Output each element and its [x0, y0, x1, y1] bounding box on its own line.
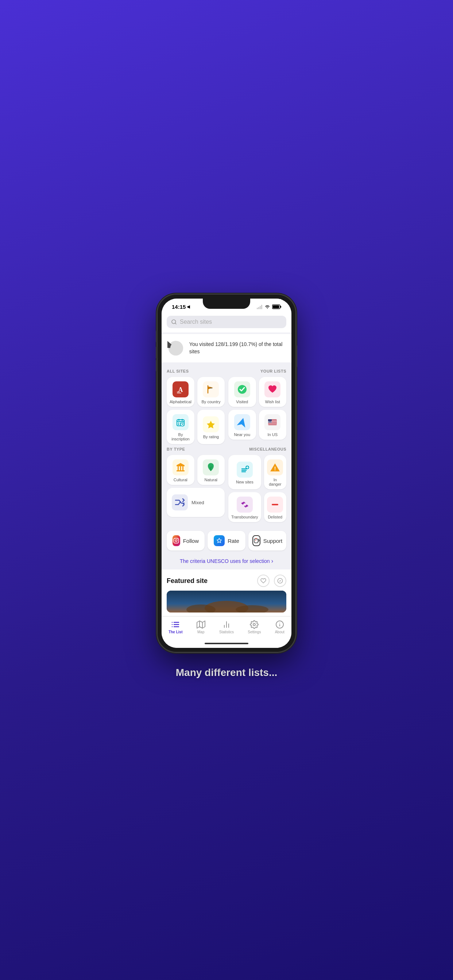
- svg-rect-45: [268, 424, 277, 425]
- svg-rect-51: [178, 466, 179, 470]
- tile-near-you-label: Near you: [234, 433, 250, 437]
- your-lists-grid: Visited Wish list: [228, 377, 286, 440]
- tile-delisted-label: Delisted: [268, 515, 282, 519]
- tile-mixed[interactable]: Mixed: [167, 488, 225, 517]
- progress-chart: [167, 339, 184, 357]
- misc-section: MISCELLANEOUS: [228, 447, 286, 522]
- in-us-icon: ★★★: [265, 414, 281, 430]
- tab-settings-label: Settings: [248, 630, 261, 634]
- svg-rect-60: [239, 464, 250, 476]
- country-icon: [203, 381, 219, 398]
- natural-icon: [203, 460, 219, 476]
- near-you-icon: [234, 414, 250, 430]
- follow-button[interactable]: Follow: [167, 531, 205, 550]
- svg-rect-14: [177, 391, 180, 392]
- unesco-link[interactable]: The criteria UNESCO uses for selection ›: [167, 558, 286, 565]
- tile-alphabetical[interactable]: A Alphabetical: [167, 377, 195, 407]
- tile-by-inscription[interactable]: By inscription: [167, 410, 195, 444]
- tile-new-sites-label: New sites: [236, 480, 254, 484]
- tile-new-sites[interactable]: New sites: [228, 455, 261, 489]
- tile-near-you[interactable]: Near you: [228, 410, 256, 440]
- support-label: Support: [263, 538, 283, 544]
- svg-rect-6: [273, 305, 279, 309]
- tile-by-country[interactable]: By country: [197, 377, 225, 407]
- tile-by-inscription-label: By inscription: [170, 433, 191, 441]
- unesco-link-section[interactable]: The criteria UNESCO uses for selection ›: [161, 554, 292, 570]
- tile-by-country-label: By country: [201, 399, 220, 404]
- svg-rect-20: [175, 416, 187, 428]
- tile-wish-list-label: Wish list: [265, 399, 280, 404]
- featured-visited-button[interactable]: [274, 574, 286, 587]
- tab-about[interactable]: About: [271, 619, 288, 635]
- all-sites-section: ALL SITES A: [167, 369, 225, 444]
- tile-transboundary-label: Transboundary: [231, 515, 258, 519]
- svg-marker-89: [197, 621, 205, 628]
- featured-wishlist-button[interactable]: [257, 574, 270, 587]
- notch: [203, 299, 250, 309]
- svg-rect-0: [257, 308, 258, 309]
- main-content: ALL SITES A: [161, 364, 292, 527]
- svg-rect-75: [272, 504, 278, 505]
- tab-statistics[interactable]: Statistics: [215, 619, 238, 635]
- tile-natural[interactable]: Natural: [197, 455, 225, 485]
- svg-rect-5: [281, 306, 282, 308]
- mixed-container: Mixed: [167, 488, 225, 517]
- tab-the-list[interactable]: The List: [165, 619, 186, 635]
- svg-point-11: [170, 343, 182, 354]
- tab-about-label: About: [275, 630, 284, 634]
- status-icons: [257, 304, 281, 309]
- tile-by-rating-label: By rating: [203, 434, 219, 439]
- follow-label: Follow: [183, 538, 199, 544]
- tab-map-label: Map: [197, 630, 204, 634]
- svg-rect-15: [177, 393, 181, 393]
- phone-screen: 14:15 ◀: [161, 299, 292, 648]
- tile-cultural[interactable]: Cultural: [167, 455, 195, 485]
- rate-label: Rate: [228, 538, 239, 544]
- tile-visited-label: Visited: [236, 399, 248, 404]
- statistics-icon: [222, 620, 231, 629]
- svg-rect-53: [182, 466, 183, 470]
- tile-cultural-label: Cultural: [174, 477, 187, 482]
- transboundary-icon: [237, 496, 253, 512]
- support-button[interactable]: Support: [248, 531, 286, 550]
- tab-settings[interactable]: Settings: [244, 619, 265, 635]
- all-sites-label: ALL SITES: [167, 369, 225, 373]
- location-arrow-icon: ◀: [187, 304, 190, 309]
- cultural-icon: [172, 460, 188, 476]
- tab-map[interactable]: Map: [193, 619, 209, 635]
- svg-rect-25: [178, 423, 179, 424]
- tile-in-danger[interactable]: ! In danger: [264, 455, 286, 489]
- progress-section: You visited 128/1.199 (10.7%) of the tot…: [161, 334, 292, 363]
- svg-rect-44: [268, 423, 277, 423]
- coffee-icon: [252, 535, 260, 546]
- featured-image: [167, 590, 286, 612]
- svg-rect-50: [177, 465, 185, 466]
- svg-rect-28: [178, 424, 179, 425]
- svg-point-95: [253, 624, 255, 625]
- tile-transboundary[interactable]: Transboundary: [228, 492, 261, 522]
- tile-in-us[interactable]: ★★★ In US: [259, 410, 287, 440]
- tile-wish-list[interactable]: Wish list: [259, 377, 287, 407]
- tile-by-rating[interactable]: By rating: [197, 410, 225, 444]
- featured-actions: [257, 574, 286, 587]
- search-placeholder: Search sites: [180, 319, 212, 325]
- tile-visited[interactable]: Visited: [228, 377, 256, 407]
- unesco-link-text: The criteria UNESCO uses for selection: [180, 558, 270, 564]
- tile-mixed-label: Mixed: [191, 500, 204, 505]
- alpha-icon: A: [172, 381, 188, 398]
- rate-button[interactable]: Rate: [207, 531, 246, 550]
- phone-wrapper: 14:15 ◀: [157, 294, 296, 652]
- bottom-tagline: Many different lists...: [176, 667, 278, 678]
- all-sites-grid: A Alphabetical: [167, 377, 225, 444]
- battery-icon: [272, 304, 281, 309]
- search-bar[interactable]: Search sites: [161, 313, 292, 332]
- map-icon: [196, 620, 205, 629]
- progress-text: You visited 128/1.199 (10.7%) of the tot…: [189, 341, 286, 355]
- inscription-icon: [172, 414, 188, 430]
- tile-delisted[interactable]: Delisted: [264, 492, 286, 522]
- svg-point-18: [211, 388, 212, 389]
- instagram-icon: [172, 535, 180, 546]
- your-lists-label: YOUR LISTS: [228, 369, 286, 373]
- about-icon: [275, 620, 284, 629]
- search-input-container[interactable]: Search sites: [167, 316, 286, 328]
